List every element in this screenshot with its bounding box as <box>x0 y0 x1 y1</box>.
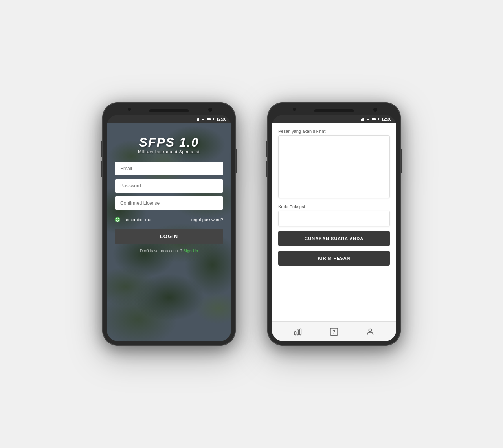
signal-bar-3b <box>362 118 363 121</box>
signal-bar-4 <box>198 118 199 121</box>
message-textarea[interactable] <box>278 135 390 198</box>
camera-dot <box>208 108 212 112</box>
nav-help[interactable]: ? <box>324 325 344 338</box>
login-content: SFPS 1.0 Military Instrument Specialist … <box>107 123 231 341</box>
vol-up-button-2 <box>266 141 267 157</box>
email-input[interactable] <box>115 162 223 175</box>
app-subtitle: Military Instrument Specialist <box>138 150 200 154</box>
vol-up-button <box>101 141 102 157</box>
status-bar-2: ▲ 12:30 <box>272 115 396 123</box>
license-input[interactable] <box>115 196 223 210</box>
phone2-screen: ▲ 12:30 Pesan yang akan dikirim: Kode En… <box>272 115 396 341</box>
signal-bar-4b <box>363 118 364 121</box>
help-icon: ? <box>330 327 338 336</box>
signal-bar-1b <box>360 120 360 121</box>
svg-rect-0 <box>295 332 296 335</box>
battery-icon-2 <box>371 118 378 121</box>
status-icons-1: ▲ 12:30 <box>195 117 227 121</box>
message-field-group: Pesan yang akan dikirim: <box>278 129 390 200</box>
signup-prompt: Don't have an account ? <box>140 249 182 253</box>
enkripsi-input[interactable] <box>278 211 390 226</box>
login-bg: SFPS 1.0 Military Instrument Specialist … <box>107 123 231 341</box>
power-button <box>236 149 237 173</box>
phone-2: ▲ 12:30 Pesan yang akan dikirim: Kode En… <box>267 102 401 346</box>
bottom-nav: ? <box>272 321 396 341</box>
message-screen: Pesan yang akan dikirim: Kode Enkripsi G… <box>272 123 396 341</box>
remember-label: Remember me <box>123 217 151 222</box>
svg-rect-2 <box>300 329 301 335</box>
status-bar-1: ▲ 12:30 <box>107 115 231 123</box>
phone-1: ▲ 12:30 SFPS 1.0 Military Instrument Spe… <box>102 102 236 346</box>
power-button-2 <box>401 149 402 173</box>
remember-row: Remember me Forgot password? <box>115 217 223 222</box>
remember-radio[interactable] <box>115 217 120 222</box>
wifi-icon-2: ▲ <box>367 118 370 121</box>
login-button[interactable]: LOGIN <box>115 229 223 244</box>
stats-icon <box>294 327 302 336</box>
send-button[interactable]: KIRIM PESAN <box>278 251 390 266</box>
enkripsi-field-group: Kode Enkripsi <box>278 204 390 226</box>
signal-icon-2 <box>360 117 365 121</box>
signal-icon <box>195 117 200 121</box>
signup-row: Don't have an account ? Sign Up <box>140 249 198 253</box>
remember-left[interactable]: Remember me <box>115 217 151 222</box>
enkripsi-label: Kode Enkripsi <box>278 204 390 209</box>
signal-bar-3 <box>197 118 198 121</box>
forgot-password-link[interactable]: Forgot password? <box>189 217 223 222</box>
time-display-2: 12:30 <box>381 117 391 121</box>
signal-bar-2 <box>196 119 196 121</box>
battery-fill <box>207 118 211 120</box>
signal-bar-1 <box>195 120 195 121</box>
app-title: SFPS 1.0 <box>139 135 199 150</box>
wifi-icon: ▲ <box>202 118 205 121</box>
message-label: Pesan yang akan dikirim: <box>278 129 390 134</box>
vol-down-button <box>101 161 102 177</box>
nav-stats[interactable] <box>288 325 308 338</box>
camera-dot-2 <box>373 108 377 112</box>
time-display-1: 12:30 <box>216 117 226 121</box>
profile-icon <box>366 327 374 336</box>
phone1-screen: ▲ 12:30 SFPS 1.0 Military Instrument Spe… <box>107 115 231 341</box>
password-input[interactable] <box>115 179 223 193</box>
voice-button[interactable]: GUNAKAN SUARA ANDA <box>278 231 390 246</box>
radio-dot <box>116 218 119 221</box>
battery-icon <box>206 118 213 121</box>
svg-text:?: ? <box>332 329 336 334</box>
nav-profile[interactable] <box>360 325 380 338</box>
message-content: Pesan yang akan dikirim: Kode Enkripsi G… <box>272 123 396 321</box>
svg-rect-1 <box>297 330 299 335</box>
status-icons-2: ▲ 12:30 <box>360 117 392 121</box>
signup-link[interactable]: Sign Up <box>183 249 198 253</box>
battery-fill-2 <box>372 118 376 120</box>
vol-down-button-2 <box>266 161 267 177</box>
signal-bar-2b <box>361 119 362 121</box>
svg-point-5 <box>369 329 371 331</box>
